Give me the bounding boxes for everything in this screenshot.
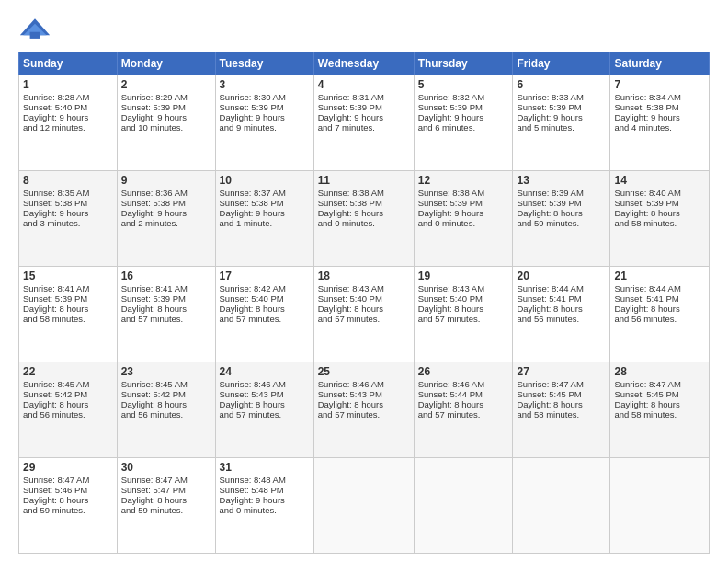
day-number: 27	[517, 365, 606, 378]
day-info-line: Daylight: 9 hours	[318, 112, 410, 122]
day-number: 10	[220, 174, 310, 187]
calendar-cell: 10Sunrise: 8:37 AMSunset: 5:38 PMDayligh…	[215, 171, 313, 267]
calendar-cell: 18Sunrise: 8:43 AMSunset: 5:40 PMDayligh…	[313, 267, 414, 362]
day-info-line: Sunset: 5:46 PM	[23, 485, 113, 495]
calendar-week: 1Sunrise: 8:28 AMSunset: 5:40 PMDaylight…	[19, 75, 710, 171]
day-info-line: Sunrise: 8:44 AM	[614, 283, 705, 293]
day-info-line: Daylight: 9 hours	[220, 112, 310, 122]
day-info-line: Sunset: 5:38 PM	[318, 198, 410, 208]
calendar-cell: 24Sunrise: 8:46 AMSunset: 5:43 PMDayligh…	[215, 362, 313, 458]
day-info-line: and 56 minutes.	[614, 314, 705, 324]
day-info-line: Daylight: 9 hours	[121, 112, 211, 122]
day-info-line: Sunset: 5:39 PM	[121, 293, 211, 304]
day-info-line: Daylight: 8 hours	[614, 208, 705, 218]
calendar-cell: 27Sunrise: 8:47 AMSunset: 5:45 PMDayligh…	[513, 362, 610, 458]
day-info-line: and 4 minutes.	[614, 122, 705, 132]
calendar-cell: 13Sunrise: 8:39 AMSunset: 5:39 PMDayligh…	[513, 171, 610, 267]
day-number: 15	[23, 270, 113, 282]
day-info-line: and 0 minutes.	[418, 218, 509, 228]
day-info-line: Sunset: 5:40 PM	[220, 293, 310, 304]
day-info-line: and 57 minutes.	[220, 409, 310, 419]
day-info-line: and 59 minutes.	[517, 218, 606, 228]
day-number: 9	[121, 174, 211, 187]
day-info-line: Sunrise: 8:34 AM	[614, 92, 705, 102]
day-info-line: and 57 minutes.	[220, 314, 310, 324]
day-info-line: Sunrise: 8:30 AM	[220, 92, 310, 102]
day-info-line: Daylight: 8 hours	[220, 304, 310, 314]
day-info-line: Sunset: 5:40 PM	[318, 293, 410, 304]
day-info-line: Sunrise: 8:45 AM	[121, 379, 211, 389]
svg-rect-2	[30, 32, 40, 39]
calendar-cell: 9Sunrise: 8:36 AMSunset: 5:38 PMDaylight…	[117, 171, 215, 267]
calendar-cell: 20Sunrise: 8:44 AMSunset: 5:41 PMDayligh…	[513, 267, 610, 362]
day-info-line: and 57 minutes.	[418, 409, 509, 419]
page: SundayMondayTuesdayWednesdayThursdayFrid…	[0, 0, 728, 563]
day-info-line: and 58 minutes.	[614, 218, 705, 228]
weekday-header: Monday	[117, 52, 215, 75]
weekday-header: Sunday	[19, 52, 118, 75]
day-info-line: and 1 minute.	[220, 218, 310, 228]
calendar-cell: 5Sunrise: 8:32 AMSunset: 5:39 PMDaylight…	[414, 75, 513, 171]
day-number: 3	[220, 78, 310, 91]
day-info-line: Sunrise: 8:46 AM	[418, 379, 509, 389]
day-info-line: and 56 minutes.	[121, 409, 211, 419]
day-info-line: Sunrise: 8:46 AM	[220, 379, 310, 389]
day-number: 16	[121, 270, 211, 282]
calendar-table: SundayMondayTuesdayWednesdayThursdayFrid…	[18, 52, 710, 554]
day-number: 4	[318, 78, 410, 91]
day-number: 7	[614, 78, 705, 91]
day-info-line: Daylight: 8 hours	[318, 399, 410, 409]
day-info-line: and 12 minutes.	[23, 122, 113, 132]
calendar-week: 29Sunrise: 8:47 AMSunset: 5:46 PMDayligh…	[19, 458, 710, 554]
day-number: 11	[318, 174, 410, 187]
day-number: 6	[517, 78, 606, 91]
calendar-cell: 28Sunrise: 8:47 AMSunset: 5:45 PMDayligh…	[610, 362, 710, 458]
day-info-line: Sunset: 5:39 PM	[121, 102, 211, 112]
calendar-cell: 11Sunrise: 8:38 AMSunset: 5:38 PMDayligh…	[313, 171, 414, 267]
day-info-line: Sunrise: 8:32 AM	[418, 92, 509, 102]
day-number: 26	[418, 365, 509, 378]
day-number: 5	[418, 78, 509, 91]
day-number: 29	[23, 461, 113, 474]
day-info-line: Sunset: 5:45 PM	[614, 389, 705, 399]
calendar-cell: 1Sunrise: 8:28 AMSunset: 5:40 PMDaylight…	[19, 75, 118, 171]
day-info-line: Sunset: 5:40 PM	[23, 102, 113, 112]
day-info-line: and 58 minutes.	[23, 314, 113, 324]
day-info-line: Daylight: 8 hours	[517, 208, 606, 218]
day-number: 18	[318, 270, 410, 282]
calendar-cell: 14Sunrise: 8:40 AMSunset: 5:39 PMDayligh…	[610, 171, 710, 267]
day-info-line: Sunrise: 8:42 AM	[220, 283, 310, 293]
day-info-line: Daylight: 9 hours	[220, 208, 310, 218]
weekday-header: Tuesday	[215, 52, 313, 75]
day-info-line: and 56 minutes.	[23, 409, 113, 419]
day-info-line: Sunrise: 8:47 AM	[517, 379, 606, 389]
day-number: 22	[23, 365, 113, 378]
calendar-cell: 6Sunrise: 8:33 AMSunset: 5:39 PMDaylight…	[513, 75, 610, 171]
day-info-line: Sunrise: 8:47 AM	[614, 379, 705, 389]
day-info-line: Sunrise: 8:31 AM	[318, 92, 410, 102]
day-info-line: and 58 minutes.	[614, 409, 705, 419]
day-number: 17	[220, 270, 310, 282]
day-info-line: Sunset: 5:42 PM	[23, 389, 113, 399]
day-number: 28	[614, 365, 705, 378]
weekday-header: Wednesday	[313, 52, 414, 75]
day-info-line: Daylight: 8 hours	[23, 304, 113, 314]
calendar-cell	[313, 458, 414, 554]
day-number: 8	[23, 174, 113, 187]
day-number: 21	[614, 270, 705, 282]
day-info-line: and 7 minutes.	[318, 122, 410, 132]
day-info-line: Sunset: 5:39 PM	[418, 198, 509, 208]
day-info-line: Sunset: 5:47 PM	[121, 485, 211, 495]
calendar-cell: 16Sunrise: 8:41 AMSunset: 5:39 PMDayligh…	[117, 267, 215, 362]
day-info-line: and 0 minutes.	[220, 505, 310, 515]
day-info-line: Daylight: 8 hours	[220, 399, 310, 409]
day-info-line: Sunset: 5:40 PM	[418, 293, 509, 304]
day-number: 30	[121, 461, 211, 474]
day-number: 2	[121, 78, 211, 91]
day-info-line: Sunrise: 8:47 AM	[23, 475, 113, 485]
day-info-line: Daylight: 9 hours	[418, 208, 509, 218]
day-info-line: Daylight: 9 hours	[121, 208, 211, 218]
calendar-cell	[513, 458, 610, 554]
day-info-line: Sunrise: 8:48 AM	[220, 475, 310, 485]
day-info-line: Sunrise: 8:40 AM	[614, 188, 705, 198]
